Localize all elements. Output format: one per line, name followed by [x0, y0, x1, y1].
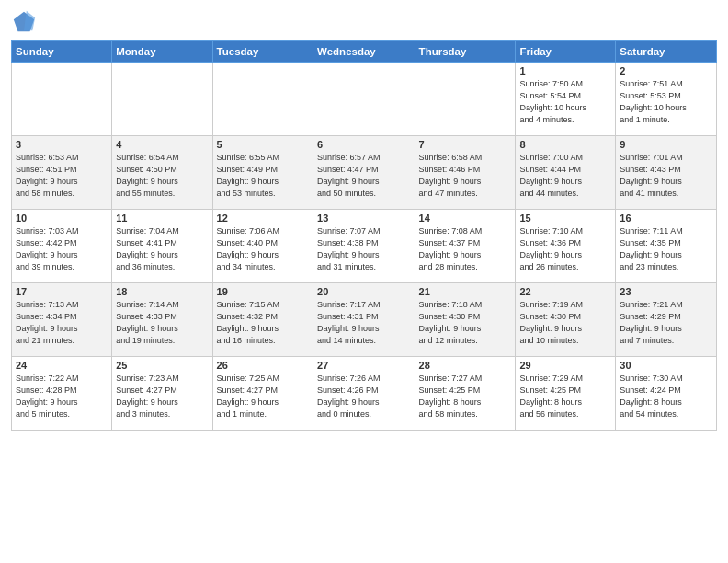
- calendar-cell: 18Sunrise: 7:14 AMSunset: 4:33 PMDayligh…: [112, 283, 212, 357]
- calendar-table: SundayMondayTuesdayWednesdayThursdayFrid…: [11, 40, 717, 431]
- day-info: Sunrise: 7:29 AMSunset: 4:25 PMDaylight:…: [519, 373, 611, 420]
- calendar-week-1: 1Sunrise: 7:50 AMSunset: 5:54 PMDaylight…: [12, 63, 717, 136]
- day-number: 30: [620, 360, 712, 371]
- calendar-cell: 8Sunrise: 7:00 AMSunset: 4:44 PMDaylight…: [516, 136, 616, 210]
- calendar-cell: 13Sunrise: 7:07 AMSunset: 4:38 PMDayligh…: [313, 210, 415, 283]
- day-info: Sunrise: 7:27 AMSunset: 4:25 PMDaylight:…: [419, 373, 512, 420]
- day-number: 14: [419, 213, 512, 224]
- day-number: 3: [16, 139, 108, 150]
- day-number: 26: [217, 360, 309, 371]
- header-friday: Friday: [516, 41, 616, 63]
- calendar-cell: 14Sunrise: 7:08 AMSunset: 4:37 PMDayligh…: [415, 210, 516, 283]
- day-info: Sunrise: 7:50 AMSunset: 5:54 PMDaylight:…: [519, 78, 611, 126]
- calendar-cell: 17Sunrise: 7:13 AMSunset: 4:34 PMDayligh…: [12, 283, 112, 357]
- day-info: Sunrise: 6:57 AMSunset: 4:47 PMDaylight:…: [317, 152, 411, 200]
- day-number: 1: [519, 65, 611, 76]
- calendar-cell: 1Sunrise: 7:50 AMSunset: 5:54 PMDaylight…: [516, 63, 616, 136]
- day-number: 11: [116, 213, 208, 224]
- day-number: 17: [16, 286, 108, 297]
- day-number: 5: [217, 139, 309, 150]
- calendar-cell: 25Sunrise: 7:23 AMSunset: 4:27 PMDayligh…: [112, 357, 212, 431]
- day-info: Sunrise: 6:54 AMSunset: 4:50 PMDaylight:…: [116, 152, 208, 200]
- day-info: Sunrise: 7:06 AMSunset: 4:40 PMDaylight:…: [217, 225, 309, 273]
- day-number: 2: [620, 65, 712, 76]
- calendar-cell: 22Sunrise: 7:19 AMSunset: 4:30 PMDayligh…: [516, 283, 616, 357]
- day-info: Sunrise: 7:14 AMSunset: 4:33 PMDaylight:…: [116, 299, 208, 347]
- day-info: Sunrise: 7:01 AMSunset: 4:43 PMDaylight:…: [620, 152, 712, 200]
- day-info: Sunrise: 7:21 AMSunset: 4:29 PMDaylight:…: [620, 299, 712, 347]
- day-number: 28: [419, 360, 512, 371]
- header-tuesday: Tuesday: [212, 41, 313, 63]
- calendar-cell: 2Sunrise: 7:51 AMSunset: 5:53 PMDaylight…: [616, 63, 717, 136]
- header-thursday: Thursday: [415, 41, 516, 63]
- day-info: Sunrise: 7:00 AMSunset: 4:44 PMDaylight:…: [519, 152, 611, 200]
- calendar-cell: 3Sunrise: 6:53 AMSunset: 4:51 PMDaylight…: [12, 136, 112, 210]
- calendar-cell: 9Sunrise: 7:01 AMSunset: 4:43 PMDaylight…: [616, 136, 717, 210]
- calendar-week-3: 10Sunrise: 7:03 AMSunset: 4:42 PMDayligh…: [12, 210, 717, 283]
- day-number: 22: [519, 286, 611, 297]
- day-number: 12: [217, 213, 309, 224]
- calendar-cell: 21Sunrise: 7:18 AMSunset: 4:30 PMDayligh…: [415, 283, 516, 357]
- header-sunday: Sunday: [12, 41, 112, 63]
- day-info: Sunrise: 7:13 AMSunset: 4:34 PMDaylight:…: [16, 299, 108, 347]
- calendar-cell: 26Sunrise: 7:25 AMSunset: 4:27 PMDayligh…: [212, 357, 313, 431]
- calendar-cell: 23Sunrise: 7:21 AMSunset: 4:29 PMDayligh…: [616, 283, 717, 357]
- calendar-week-4: 17Sunrise: 7:13 AMSunset: 4:34 PMDayligh…: [12, 283, 717, 357]
- day-number: 21: [419, 286, 512, 297]
- day-number: 27: [317, 360, 411, 371]
- page-container: SundayMondayTuesdayWednesdayThursdayFrid…: [0, 0, 728, 438]
- calendar-cell: [12, 63, 112, 136]
- header: [11, 9, 717, 35]
- day-number: 19: [217, 286, 309, 297]
- calendar-cell: 15Sunrise: 7:10 AMSunset: 4:36 PMDayligh…: [516, 210, 616, 283]
- day-info: Sunrise: 7:25 AMSunset: 4:27 PMDaylight:…: [217, 373, 309, 420]
- day-number: 4: [116, 139, 208, 150]
- day-info: Sunrise: 7:19 AMSunset: 4:30 PMDaylight:…: [519, 299, 611, 347]
- day-number: 6: [317, 139, 411, 150]
- day-number: 23: [620, 286, 712, 297]
- calendar-cell: 27Sunrise: 7:26 AMSunset: 4:26 PMDayligh…: [313, 357, 415, 431]
- calendar-cell: 10Sunrise: 7:03 AMSunset: 4:42 PMDayligh…: [12, 210, 112, 283]
- calendar-cell: [212, 63, 313, 136]
- day-number: 7: [419, 139, 512, 150]
- header-wednesday: Wednesday: [313, 41, 415, 63]
- day-info: Sunrise: 7:30 AMSunset: 4:24 PMDaylight:…: [620, 373, 712, 420]
- day-number: 10: [16, 213, 108, 224]
- day-number: 25: [116, 360, 208, 371]
- day-info: Sunrise: 7:04 AMSunset: 4:41 PMDaylight:…: [116, 225, 208, 273]
- calendar-cell: [415, 63, 516, 136]
- day-info: Sunrise: 7:10 AMSunset: 4:36 PMDaylight:…: [519, 225, 611, 273]
- day-info: Sunrise: 7:51 AMSunset: 5:53 PMDaylight:…: [620, 78, 712, 126]
- calendar-cell: [112, 63, 212, 136]
- day-info: Sunrise: 7:26 AMSunset: 4:26 PMDaylight:…: [317, 373, 411, 420]
- calendar-cell: 5Sunrise: 6:55 AMSunset: 4:49 PMDaylight…: [212, 136, 313, 210]
- calendar-cell: 16Sunrise: 7:11 AMSunset: 4:35 PMDayligh…: [616, 210, 717, 283]
- day-info: Sunrise: 7:03 AMSunset: 4:42 PMDaylight:…: [16, 225, 108, 273]
- calendar-cell: 20Sunrise: 7:17 AMSunset: 4:31 PMDayligh…: [313, 283, 415, 357]
- day-number: 15: [519, 213, 611, 224]
- day-info: Sunrise: 7:23 AMSunset: 4:27 PMDaylight:…: [116, 373, 208, 420]
- calendar-cell: 28Sunrise: 7:27 AMSunset: 4:25 PMDayligh…: [415, 357, 516, 431]
- calendar-cell: 7Sunrise: 6:58 AMSunset: 4:46 PMDaylight…: [415, 136, 516, 210]
- day-number: 20: [317, 286, 411, 297]
- day-info: Sunrise: 7:17 AMSunset: 4:31 PMDaylight:…: [317, 299, 411, 347]
- day-number: 18: [116, 286, 208, 297]
- day-number: 9: [620, 139, 712, 150]
- calendar-cell: 29Sunrise: 7:29 AMSunset: 4:25 PMDayligh…: [516, 357, 616, 431]
- logo-icon: [11, 9, 37, 35]
- day-number: 16: [620, 213, 712, 224]
- day-info: Sunrise: 7:15 AMSunset: 4:32 PMDaylight:…: [217, 299, 309, 347]
- calendar-header-row: SundayMondayTuesdayWednesdayThursdayFrid…: [12, 41, 717, 63]
- calendar-cell: 6Sunrise: 6:57 AMSunset: 4:47 PMDaylight…: [313, 136, 415, 210]
- day-info: Sunrise: 7:08 AMSunset: 4:37 PMDaylight:…: [419, 225, 512, 273]
- day-info: Sunrise: 7:07 AMSunset: 4:38 PMDaylight:…: [317, 225, 411, 273]
- calendar-cell: [313, 63, 415, 136]
- day-info: Sunrise: 6:55 AMSunset: 4:49 PMDaylight:…: [217, 152, 309, 200]
- day-info: Sunrise: 7:11 AMSunset: 4:35 PMDaylight:…: [620, 225, 712, 273]
- logo: [11, 9, 40, 35]
- calendar-week-5: 24Sunrise: 7:22 AMSunset: 4:28 PMDayligh…: [12, 357, 717, 431]
- day-info: Sunrise: 7:18 AMSunset: 4:30 PMDaylight:…: [419, 299, 512, 347]
- day-info: Sunrise: 6:58 AMSunset: 4:46 PMDaylight:…: [419, 152, 512, 200]
- calendar-cell: 11Sunrise: 7:04 AMSunset: 4:41 PMDayligh…: [112, 210, 212, 283]
- day-number: 13: [317, 213, 411, 224]
